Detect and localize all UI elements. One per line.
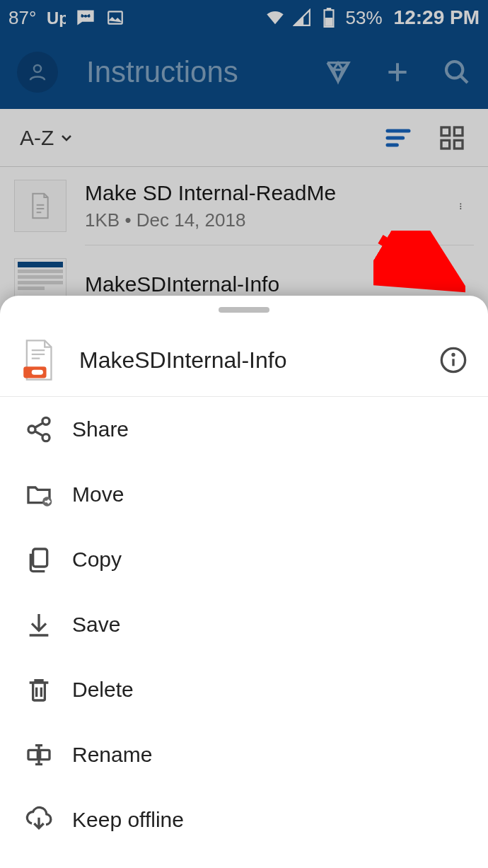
sort-dropdown[interactable]: A-Z [20, 126, 75, 150]
svg-rect-7 [325, 18, 332, 26]
save-icon [18, 611, 59, 639]
share-icon [18, 415, 59, 444]
battery-icon [319, 8, 339, 28]
svg-rect-30 [28, 750, 37, 759]
svg-rect-13 [454, 140, 463, 149]
app-actions [324, 58, 471, 86]
svg-rect-10 [441, 127, 450, 136]
svg-rect-22 [32, 370, 43, 375]
page-title: Instructions [86, 55, 324, 89]
sort-label-text: A-Z [20, 126, 54, 150]
file-name: Make SD Internal-ReadMe [85, 181, 451, 205]
menu-save[interactable]: Save [0, 592, 488, 657]
search-button[interactable] [443, 58, 471, 86]
menu-label: Delete [72, 678, 134, 702]
premium-icon[interactable] [324, 58, 352, 86]
svg-rect-12 [441, 140, 450, 149]
svg-point-8 [34, 65, 41, 72]
svg-point-18 [460, 284, 461, 286]
wifi-icon [265, 8, 285, 28]
sheet-title: MakeSDInternal-Info [79, 347, 438, 374]
svg-point-26 [42, 417, 50, 424]
menu-label: Rename [72, 743, 152, 767]
delete-icon [18, 676, 59, 704]
sheet-handle[interactable] [219, 307, 269, 313]
menu-keep-offline[interactable]: Keep offline [0, 787, 488, 852]
sheet-header: MakeSDInternal-Info [0, 324, 488, 397]
status-time: 12:29 PM [394, 6, 480, 29]
file-more-button[interactable] [451, 274, 474, 294]
svg-rect-31 [40, 750, 50, 759]
message-icon [76, 8, 95, 28]
file-meta: 1KB • Dec 14, 2018 [85, 209, 451, 231]
avatar[interactable] [17, 52, 58, 93]
signal-icon [292, 8, 312, 28]
keep-offline-icon [18, 806, 59, 834]
status-bar: 87° Up 53% 12:29 PM [0, 0, 488, 35]
svg-point-16 [460, 208, 461, 209]
status-right: 53% 12:29 PM [265, 6, 480, 29]
menu-share[interactable]: Share [0, 397, 488, 462]
bottom-sheet: MakeSDInternal-Info Share Move Copy Save… [0, 296, 488, 868]
svg-point-9 [446, 62, 463, 78]
file-more-button[interactable] [451, 196, 474, 216]
menu-label: Share [72, 417, 129, 441]
svg-point-15 [460, 206, 461, 207]
upwork-icon: Up [46, 8, 66, 28]
svg-point-19 [460, 287, 461, 288]
menu-label: Keep offline [72, 808, 184, 832]
move-icon [18, 480, 59, 509]
status-left: 87° Up [8, 7, 125, 29]
svg-point-14 [460, 203, 461, 204]
svg-rect-29 [33, 549, 47, 567]
file-info: Make SD Internal-ReadMe 1KB • Dec 14, 20… [85, 181, 451, 231]
menu-label: Copy [72, 548, 122, 572]
file-name: MakeSDInternal-Info [85, 272, 451, 296]
file-info: MakeSDInternal-Info [85, 272, 451, 296]
file-thumb-icon [14, 180, 66, 232]
menu-rename[interactable]: Rename [0, 722, 488, 787]
svg-rect-11 [454, 127, 463, 136]
svg-point-24 [453, 354, 454, 356]
svg-point-17 [460, 282, 461, 283]
app-bar: Instructions [0, 35, 488, 109]
svg-point-25 [28, 426, 35, 433]
menu-copy[interactable]: Copy [0, 527, 488, 592]
add-button[interactable] [383, 58, 412, 86]
menu-label: Move [72, 482, 124, 507]
picture-icon [105, 8, 125, 28]
status-temperature: 87° [8, 7, 36, 29]
svg-point-27 [42, 434, 50, 441]
battery-percent: 53% [346, 7, 383, 29]
copy-icon [18, 545, 59, 574]
svg-text:Up: Up [47, 8, 66, 27]
file-row[interactable]: Make SD Internal-ReadMe 1KB • Dec 14, 20… [0, 167, 488, 245]
menu-label: Save [72, 613, 120, 637]
menu-move[interactable]: Move [0, 462, 488, 527]
sort-bar: A-Z [0, 109, 488, 167]
menu-delete[interactable]: Delete [0, 657, 488, 722]
sort-lines-icon[interactable] [382, 122, 414, 154]
grid-view-icon[interactable] [436, 122, 468, 154]
sheet-file-icon [20, 337, 57, 383]
rename-icon [18, 741, 59, 769]
info-button[interactable] [438, 345, 468, 375]
